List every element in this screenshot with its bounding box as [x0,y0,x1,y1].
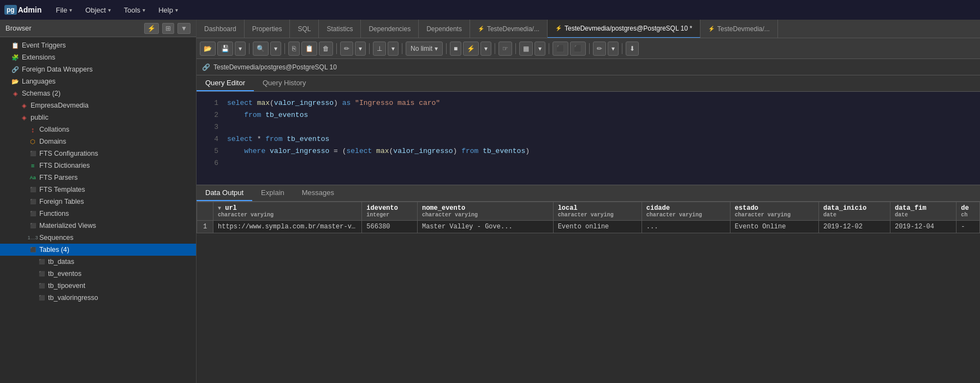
find-button[interactable]: 🔍 [253,42,269,56]
tab-teste-devmedia-2[interactable]: ⚡ TesteDevmedia/... [700,20,778,38]
col-header-de[interactable]: de ch [957,202,980,221]
col-header-nome-evento[interactable]: nome_evento character varying [417,202,553,221]
save-dropdown-button[interactable]: ▾ [235,42,246,56]
tab-dependents-label: Dependents [426,25,462,33]
sidebar-item-collations[interactable]: ↕ Collations [0,123,196,135]
tab-data-output[interactable]: Data Output [197,185,252,201]
col-header-cidade[interactable]: cidade character varying [642,202,730,221]
sidebar-item-label: Event Triggers [22,42,66,49]
menu-help[interactable]: Help ▾ [153,4,183,16]
sidebar-item-domains[interactable]: ⬡ Domains [0,135,196,148]
sidebar-filter-button[interactable]: ▼ [177,23,191,34]
sidebar-item-event-triggers[interactable]: 📋 Event Triggers [0,39,196,51]
sidebar-item-public[interactable]: ◈ public [0,111,196,123]
sidebar-item-extensions[interactable]: 🧩 Extensions [0,51,196,63]
sidebar-grid-button[interactable]: ⊞ [162,23,174,34]
paste-button[interactable]: 📋 [301,42,317,56]
limit-dropdown[interactable]: No limit ▾ [406,42,443,56]
col-header-idevento[interactable]: idevento integer [362,202,418,221]
sidebar-item-label: Languages [22,78,56,85]
macro-dropdown-button[interactable]: ▾ [608,42,619,56]
data-table-wrap[interactable]: ▼ url character varying idevento integer… [197,202,980,316]
menu-file-arrow: ▾ [69,7,72,13]
col-header-local[interactable]: local character varying [553,202,642,221]
filter-dropdown-button[interactable]: ▾ [388,42,399,56]
tab-statistics[interactable]: Statistics [319,20,361,38]
commit-button[interactable]: ⬛ [553,42,568,56]
toolbar-separator-10 [589,43,590,54]
tab-dependencies[interactable]: Dependencies [361,20,419,38]
event-triggers-icon: 📋 [11,41,20,50]
tab-query-history[interactable]: Query History [254,75,314,91]
table-view-button[interactable]: ▦ [519,42,533,56]
macro-button[interactable]: ✏ [593,42,606,56]
tab-properties[interactable]: Properties [245,20,290,38]
tab-dashboard[interactable]: Dashboard [197,20,245,38]
col-header-estado[interactable]: estado character varying [730,202,818,221]
sidebar-item-label: Foreign Tables [39,198,84,205]
tab-messages[interactable]: Messages [293,185,343,201]
sidebar-item-fts-configurations[interactable]: ⬛ FTS Configurations [0,148,196,160]
sidebar-refresh-button[interactable]: ⚡ [144,23,159,34]
tab-teste-devmedia-active[interactable]: ⚡ TesteDevmedia/postgres@PostgreSQL 10 * [548,20,700,38]
sidebar-item-sequences[interactable]: 1…3 Sequences [0,232,196,244]
tab-query-editor[interactable]: Query Editor [197,75,254,91]
tab-dependencies-label: Dependencies [369,25,411,33]
sidebar-item-tb-valoringresso[interactable]: ⬛ tb_valoringresso [0,292,196,304]
sidebar-item-languages[interactable]: 📂 Languages [0,75,196,87]
sidebar-item-schemas[interactable]: ◈ Schemas (2) [0,87,196,99]
menu-tools[interactable]: Tools ▾ [118,4,151,16]
col-header-url[interactable]: ▼ url character varying [213,202,362,221]
tab-teste-devmedia-1-label: TesteDevmedia/... [487,25,539,33]
table-view-dropdown-button[interactable]: ▾ [534,42,545,56]
copy-button[interactable]: ⎘ [288,42,300,56]
sidebar-item-tb-datas[interactable]: ⬛ tb_datas [0,256,196,268]
col-header-data-inicio[interactable]: data_inicio date [818,202,890,221]
col-header-data-fim[interactable]: data_fim date [890,202,956,221]
sidebar-item-tables[interactable]: ⬛ Tables (4) [0,244,196,256]
find-dropdown-button[interactable]: ▾ [270,42,281,56]
extensions-icon: 🧩 [11,53,20,62]
rollback-button[interactable]: ⬛ [570,42,586,56]
fts-config-icon: ⬛ [28,149,37,158]
sidebar-item-empresa-devmedia[interactable]: ◈ EmpresaDevmedia [0,99,196,111]
line-number-5: 5 [202,145,218,157]
sidebar: Browser ⚡ ⊞ ▼ 📋 Event Triggers 🧩 Extensi… [0,20,197,383]
sidebar-item-fts-templates[interactable]: ⬛ FTS Templates [0,184,196,196]
delete-button[interactable]: 🗑 [319,42,333,56]
sidebar-item-foreign-data-wrappers[interactable]: 🔗 Foreign Data Wrappers [0,63,196,75]
sidebar-item-fts-dictionaries[interactable]: ≡ FTS Dictionaries [0,160,196,172]
save-file-button[interactable]: 💾 [217,42,233,56]
sidebar-item-materialized-views[interactable]: ⬛ Materialized Views [0,220,196,232]
tab-statistics-label: Statistics [326,25,353,33]
explain-label: Explain [261,188,284,197]
download-button[interactable]: ⬇ [626,42,639,56]
flash-icon-active: ⚡ [555,25,562,31]
mat-views-icon: ⬛ [28,221,37,230]
sidebar-item-foreign-tables[interactable]: ⬛ Foreign Tables [0,196,196,208]
sidebar-item-functions[interactable]: ⬛ Functions [0,208,196,220]
edit-button[interactable]: ✏ [340,42,353,56]
sidebar-item-tb-eventos[interactable]: ⬛ tb_eventos [0,268,196,280]
sidebar-item-fts-parsers[interactable]: Aa FTS Parsers [0,172,196,184]
menu-object[interactable]: Object ▾ [80,4,116,16]
cell-data-inicio: 2019-12-02 [818,221,890,233]
run-button[interactable]: ⚡ [463,42,479,56]
sidebar-item-label: tb_tipoevent [48,282,85,290]
tab-sql[interactable]: SQL [290,20,319,38]
edit-dropdown-button[interactable]: ▾ [355,42,366,56]
tab-teste-devmedia-1[interactable]: ⚡ TesteDevmedia/... [470,20,548,38]
col-type-estado: character varying [735,212,814,218]
code-line-5: 5 where valor_ingresso = (select max(val… [202,145,975,157]
open-file-button[interactable]: 📂 [200,42,216,56]
filter-button[interactable]: ⊥ [373,42,386,56]
sidebar-item-tb-tipoevent[interactable]: ⬛ tb_tipoevent [0,280,196,292]
cursor-button[interactable]: ☞ [498,42,512,56]
stop-button[interactable]: ■ [450,42,461,56]
run-dropdown-button[interactable]: ▾ [480,42,491,56]
tab-dashboard-label: Dashboard [204,25,236,33]
code-editor[interactable]: 1 select max(valor_ingresso) as "Ingress… [197,92,980,185]
tab-dependents[interactable]: Dependents [419,20,470,38]
menu-file[interactable]: File ▾ [50,4,78,16]
tab-explain[interactable]: Explain [252,185,293,201]
